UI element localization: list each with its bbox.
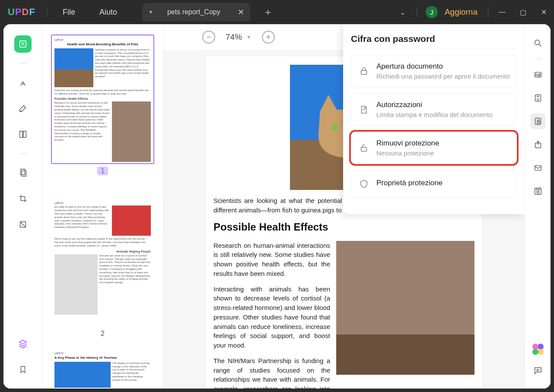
zoom-level[interactable]: 74%▼ <box>226 32 252 42</box>
document-image-dog <box>336 241 474 375</box>
unlock-icon <box>357 142 370 155</box>
save-tool[interactable] <box>530 183 546 199</box>
svg-rect-9 <box>361 147 367 151</box>
protect-tool[interactable] <box>530 114 546 129</box>
edit-tool[interactable] <box>14 100 32 117</box>
paragraph: The NIH/Mars Partnership is funding a ra… <box>213 356 330 389</box>
divider <box>47 7 47 17</box>
tab-title: pets report_Copy <box>167 8 220 16</box>
pages-tool[interactable] <box>14 164 32 181</box>
svg-point-6 <box>331 123 338 131</box>
crop-tool[interactable] <box>14 190 32 207</box>
thumbnail-page-2[interactable]: UPDF pe-scale surveys to find out the ra… <box>51 198 154 327</box>
svg-rect-0 <box>19 41 26 47</box>
search-tool[interactable] <box>530 35 546 51</box>
app-logo: UPDF <box>0 6 43 18</box>
convert-tool[interactable] <box>530 90 546 106</box>
page-number-2: 2 <box>101 330 105 337</box>
thumbnail-page-3[interactable]: UPDF A Key Phase in the History of Touri… <box>51 348 154 389</box>
menu-help[interactable]: Aiuto <box>87 8 129 17</box>
shield-icon <box>357 177 370 190</box>
left-toolbar <box>3 24 42 389</box>
bookmark-tool[interactable] <box>14 361 32 378</box>
panel-title: Cifra con password <box>351 34 517 44</box>
new-tab-button[interactable]: ＋ <box>263 6 273 19</box>
layers-tool[interactable] <box>14 335 32 352</box>
share-tool[interactable] <box>530 137 546 152</box>
svg-rect-8 <box>361 70 367 74</box>
divider <box>488 7 488 17</box>
chevron-down-icon[interactable]: ⌄ <box>392 8 413 16</box>
avatar[interactable]: J <box>426 6 438 18</box>
paragraph: Research on human-animal interactions is… <box>213 241 330 278</box>
separator <box>19 153 27 154</box>
ai-flower-icon[interactable] <box>532 344 544 355</box>
ocr-tool[interactable] <box>530 67 546 82</box>
permissions-icon <box>357 103 370 116</box>
page-number-1: 1 <box>97 167 108 175</box>
close-window-button[interactable]: ✕ <box>533 8 554 16</box>
menu-file[interactable]: File <box>51 8 87 17</box>
document-tab[interactable]: ▼ pets report_Copy ✕ <box>142 3 250 21</box>
svg-point-10 <box>535 40 539 45</box>
encrypt-panel: Cifra con password Apertura documentoRic… <box>343 24 525 214</box>
reader-tool[interactable] <box>14 35 32 53</box>
zoom-in-button[interactable]: + <box>262 31 275 44</box>
svg-rect-1 <box>19 131 22 138</box>
svg-rect-14 <box>537 121 540 123</box>
separator <box>19 63 27 63</box>
divider <box>417 7 417 17</box>
svg-rect-3 <box>20 169 25 175</box>
panel-item-protection-properties[interactable]: Proprietà protezione <box>351 170 517 198</box>
thumbnails-panel: UPDF Health and Mood-Boosting Benefits o… <box>42 24 163 389</box>
svg-rect-2 <box>23 131 25 138</box>
panel-item-open-document[interactable]: Apertura documentoRichiedi una password … <box>351 55 517 87</box>
svg-point-18 <box>537 191 539 193</box>
thumbnail-page-1[interactable]: UPDF Health and Mood-Boosting Benefits o… <box>51 35 154 164</box>
right-toolbar <box>525 24 551 389</box>
separator <box>535 59 541 59</box>
comment-tool[interactable] <box>14 74 32 91</box>
heading: Possible Health Effects <box>213 221 474 233</box>
chevron-down-icon: ▼ <box>246 34 252 40</box>
chat-tool[interactable] <box>530 363 546 378</box>
maximize-button[interactable]: ▢ <box>513 8 533 16</box>
redact-tool[interactable] <box>14 216 32 233</box>
minimize-button[interactable]: — <box>492 8 513 16</box>
close-icon[interactable]: ✕ <box>238 7 244 17</box>
panel-item-remove-protection[interactable]: Rimuovi protezioneNessuna protezione <box>351 132 517 164</box>
svg-rect-4 <box>22 171 26 176</box>
paragraph: Interacting with animals has been shown … <box>213 285 330 350</box>
document-area: − 74%▼ + Scientists are looking at what … <box>163 24 525 389</box>
email-tool[interactable] <box>530 160 546 176</box>
tab-dropdown-icon[interactable]: ▼ <box>148 9 153 15</box>
upgrade-button[interactable]: Aggiorna <box>445 7 478 17</box>
lock-icon <box>357 65 370 78</box>
zoom-out-button[interactable]: − <box>202 31 215 44</box>
panel-item-permissions[interactable]: AutorizzazioniLimita stampa e modifica d… <box>351 93 517 126</box>
organize-tool[interactable] <box>14 126 32 143</box>
divider <box>351 48 517 49</box>
